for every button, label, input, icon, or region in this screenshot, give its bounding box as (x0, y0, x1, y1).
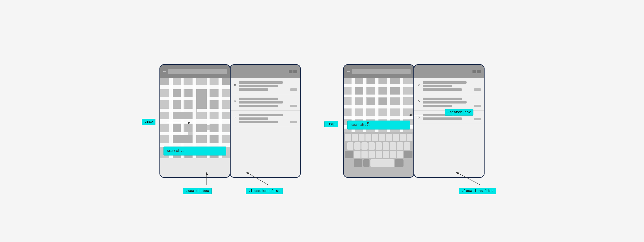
svg-rect-26 (173, 124, 181, 132)
header-dot-1b (294, 70, 297, 73)
header-bar-1 (168, 69, 227, 74)
location-item-1a: ⬦ (230, 78, 300, 94)
key-t[interactable] (372, 134, 378, 141)
phones-wrapper-1: ← (160, 64, 301, 178)
key-j[interactable] (390, 142, 396, 150)
location-item-2a: ⬦ (414, 78, 484, 94)
svg-rect-62 (367, 98, 375, 105)
key-f[interactable] (368, 142, 375, 150)
location-item-1c: ⬦ (230, 110, 300, 127)
phone-map-2: ← (343, 64, 414, 178)
loc-line-2-3 (423, 88, 462, 91)
location-lines-1c (239, 114, 288, 123)
key-h[interactable] (383, 142, 389, 150)
svg-rect-37 (160, 78, 169, 85)
loc-line-4 (239, 98, 278, 100)
header-dots-2 (472, 70, 481, 73)
keyboard-area-2 (344, 132, 414, 178)
svg-rect-29 (210, 124, 218, 132)
pin-icon-2b: ⬦ (417, 98, 420, 104)
key-g[interactable] (376, 142, 382, 150)
key-x[interactable] (362, 151, 368, 158)
header-dot-2b (477, 70, 481, 73)
svg-rect-27 (184, 124, 192, 132)
svg-rect-23 (210, 89, 218, 97)
key-b[interactable] (383, 151, 389, 158)
key-shift[interactable] (345, 151, 354, 158)
key-return[interactable] (395, 159, 404, 167)
location-lines-1b (239, 98, 288, 107)
svg-rect-53 (355, 78, 363, 84)
loc-line-2-6 (423, 105, 452, 107)
key-delete[interactable] (404, 151, 412, 158)
key-m[interactable] (397, 151, 403, 158)
keyboard-row-2 (345, 142, 412, 150)
key-space[interactable] (370, 159, 394, 167)
key-w[interactable] (352, 134, 358, 141)
svg-rect-31 (196, 135, 207, 143)
search-box-1[interactable]: search... (164, 146, 226, 156)
svg-rect-20 (184, 89, 192, 97)
location-lines-1a (239, 81, 288, 91)
header-dots-1 (289, 70, 297, 73)
key-y[interactable] (379, 134, 385, 141)
key-k[interactable] (397, 142, 403, 150)
key-u[interactable] (386, 134, 392, 141)
phone-header-right-2 (414, 65, 484, 78)
keyboard-row-4 (345, 159, 412, 167)
pin-icon-2c: ⬦ (417, 114, 420, 120)
svg-rect-17 (218, 78, 222, 158)
key-r[interactable] (366, 134, 371, 141)
header-dot-2a (472, 70, 476, 73)
phone-header-right-1 (230, 65, 300, 78)
loc-line-1 (239, 81, 283, 84)
svg-rect-63 (378, 98, 387, 105)
svg-rect-56 (390, 78, 400, 84)
key-z[interactable] (354, 151, 360, 158)
svg-rect-64 (390, 98, 400, 105)
loc-line-7 (239, 114, 283, 116)
key-q[interactable] (345, 134, 351, 141)
phone-header-left-1: ← (160, 65, 230, 78)
loc-tag-2c (474, 118, 481, 120)
phone-list-2: ⬦ ⬦ (414, 64, 484, 178)
loc-line-2-4 (423, 98, 462, 100)
search-box-2[interactable]: search... (347, 120, 410, 130)
loc-line-9 (239, 121, 278, 123)
ann-searchbox-label-1: .search-box (183, 188, 212, 194)
loc-line-2-8 (423, 118, 462, 120)
key-n[interactable] (390, 151, 396, 158)
key-l[interactable] (404, 142, 410, 150)
key-v[interactable] (376, 151, 382, 158)
loc-tag-2a (474, 88, 481, 91)
svg-rect-58 (367, 87, 375, 94)
svg-rect-28 (196, 124, 207, 132)
key-globe[interactable] (363, 159, 370, 167)
phone-header-left-2: ← (344, 65, 414, 78)
ann-map-label-2: .map (324, 121, 338, 128)
svg-rect-18 (173, 89, 181, 97)
key-d[interactable] (362, 142, 368, 150)
key-e[interactable] (358, 134, 364, 141)
diagram-group-2: ← (343, 64, 484, 178)
key-c[interactable] (368, 151, 375, 158)
svg-rect-12 (169, 78, 173, 158)
loc-tag-1c (290, 121, 297, 123)
key-s[interactable] (354, 142, 360, 150)
header-bar-2 (352, 69, 410, 74)
loc-line-3 (239, 88, 268, 91)
svg-rect-9 (160, 132, 188, 135)
ann-searchbox-label-2: .search-box (445, 109, 474, 116)
key-num[interactable] (354, 159, 362, 167)
key-i[interactable] (393, 134, 399, 141)
svg-rect-59 (378, 87, 387, 94)
keyboard-row-1 (345, 134, 412, 141)
loc-line-6 (239, 105, 278, 107)
pin-icon-1c: ⬦ (234, 114, 236, 120)
locations-panel-1: ⬦ ⬦ (230, 78, 300, 178)
key-p[interactable] (406, 134, 412, 141)
diagram-group-1: ← (160, 64, 301, 178)
key-a[interactable] (347, 142, 354, 150)
key-o[interactable] (400, 134, 406, 141)
phone-list-1: ⬦ ⬦ (230, 64, 301, 178)
